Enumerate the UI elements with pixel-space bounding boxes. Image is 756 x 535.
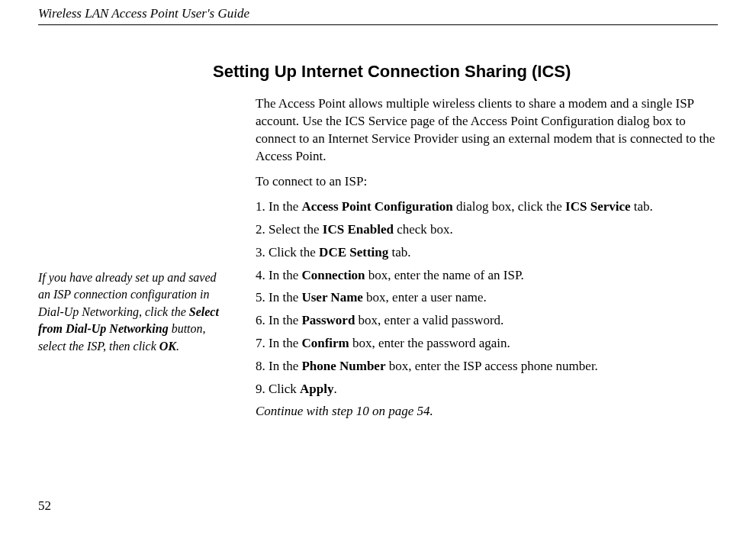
step-number: 5. [256, 290, 265, 305]
step-text: dialog box, click the [453, 199, 565, 214]
step-text: . [334, 382, 337, 396]
step-number: 3. [256, 245, 265, 259]
step-number: 4. [256, 268, 265, 282]
step-text: box, enter the name of an ISP. [365, 268, 524, 282]
step-text: In the [265, 290, 302, 305]
continue-note: Continue with step 10 on page 54. [256, 404, 718, 419]
step-number: 1. [256, 199, 265, 214]
step-text: In the [265, 268, 302, 282]
sidebar: If you have already set up and saved an … [38, 62, 256, 419]
step-text: tab. [388, 245, 410, 259]
step-text: In the [265, 359, 302, 373]
section-title: Setting Up Internet Connection Sharing (… [213, 62, 718, 82]
step-bold: ICS Enabled [323, 222, 394, 237]
content-area: Setting Up Internet Connection Sharing (… [256, 62, 718, 419]
page-number: 52 [38, 498, 51, 514]
main-content: If you have already set up and saved an … [38, 62, 718, 419]
step-text: In the [265, 199, 302, 214]
step-3: 3. Click the DCE Setting tab. [256, 244, 718, 262]
step-bold: Apply [300, 382, 333, 396]
header-title: Wireless LAN Access Point User's Guide [38, 0, 718, 25]
step-bold: Connection [301, 268, 365, 282]
step-number: 9. [256, 382, 265, 396]
intro-paragraph: The Access Point allows multiple wireles… [256, 95, 718, 166]
step-text: tab. [631, 199, 653, 214]
step-bold: Confirm [301, 336, 349, 350]
step-text: box, enter a user name. [363, 290, 487, 305]
step-text: check box. [394, 222, 453, 237]
step-text: Select the [265, 222, 323, 237]
step-1: 1. In the Access Point Configuration dia… [256, 198, 718, 216]
step-text: box, enter a valid password. [355, 313, 503, 327]
step-6: 6. In the Password box, enter a valid pa… [256, 312, 718, 330]
sidebar-note: If you have already set up and saved an … [38, 269, 229, 355]
step-text: Click the [265, 245, 319, 259]
step-bold2: ICS Service [565, 199, 630, 214]
step-bold: Access Point Configuration [301, 199, 452, 214]
step-number: 2. [256, 222, 265, 237]
sidebar-note-text3: . [176, 340, 179, 353]
step-text: box, enter the ISP access phone number. [385, 359, 597, 373]
step-text: box, enter the password again. [349, 336, 510, 350]
instruction-text: To connect to an ISP: [256, 173, 718, 191]
step-2: 2. Select the ICS Enabled check box. [256, 221, 718, 239]
step-5: 5. In the User Name box, enter a user na… [256, 289, 718, 307]
step-bold: Phone Number [301, 359, 385, 373]
step-text: In the [265, 313, 302, 327]
step-text: In the [265, 336, 302, 350]
step-number: 8. [256, 359, 265, 373]
step-bold: User Name [301, 290, 362, 305]
step-text: Click [265, 382, 300, 396]
step-4: 4. In the Connection box, enter the name… [256, 267, 718, 285]
step-7: 7. In the Confirm box, enter the passwor… [256, 335, 718, 353]
step-bold: DCE Setting [319, 245, 388, 259]
step-number: 6. [256, 313, 265, 327]
step-bold: Password [301, 313, 355, 327]
step-number: 7. [256, 336, 265, 350]
step-9: 9. Click Apply. [256, 381, 718, 398]
step-8: 8. In the Phone Number box, enter the IS… [256, 358, 718, 375]
sidebar-note-bold2: OK [159, 340, 176, 353]
